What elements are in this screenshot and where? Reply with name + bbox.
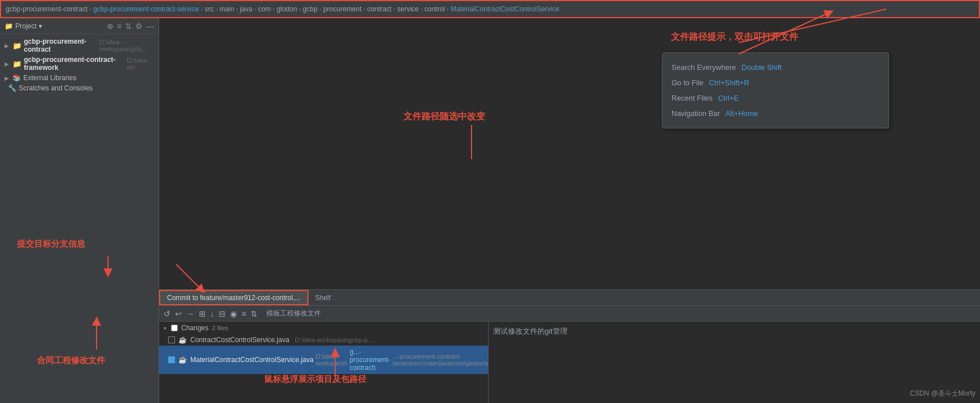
settings-icon[interactable]: ⚙ (135, 22, 143, 31)
nav-segment-root[interactable]: gcbp-procurement-contract (6, 5, 87, 13)
equals-icon[interactable]: ≡ (117, 22, 122, 31)
minimize-icon[interactable]: — (146, 22, 154, 31)
refresh-icon[interactable]: ↺ (164, 309, 170, 318)
download-icon[interactable]: ↓ (210, 309, 214, 318)
nav-segment-contract[interactable]: contract (367, 5, 391, 13)
hint-label-3: Navigation Bar (672, 109, 720, 118)
project-folder-icon: 📁 (12, 41, 22, 50)
expand-arrow-fw: ▶ (5, 61, 9, 67)
commit-message-text: 测试修改文件的git管理 (493, 327, 568, 335)
file-path-1: D:\idea-workspace\gcbp-p... (295, 336, 373, 343)
nav-segment-service[interactable]: gcbp-procurement-contract-service (93, 5, 199, 13)
nav-segment-control[interactable]: control (424, 5, 445, 13)
nav-sep-9: › (393, 5, 395, 13)
hint-shortcut-0: Double Shift (741, 63, 782, 72)
diff-icon[interactable]: ⊟ (219, 309, 226, 318)
nav-segment-class[interactable]: MaterialContractCostControlService (451, 5, 559, 13)
tree-item-gcbp-contract[interactable]: ▶ 📁 gcbp-procurement-contract D:\idea-wo… (0, 36, 159, 55)
hint-label-1: Go to File (672, 78, 703, 87)
nav-segment-procurement[interactable]: procurement (323, 5, 361, 13)
scratches-label: Scratches and Consoles (19, 84, 93, 92)
dropdown-arrow[interactable]: ▾ (39, 22, 42, 30)
nav-sep-10: › (420, 5, 423, 13)
hint-shortcut-3: Alt+Home (725, 109, 758, 118)
commit-toolbar: ↺ ↩ → ⊞ ↓ ⊟ ◉ ≡ ⇅ 模板工程修改文件 (159, 306, 980, 322)
nav-segment-java[interactable]: java (240, 5, 252, 13)
file-item-material-contract[interactable]: ☕ MaterialContractCostControlService.jav… (159, 346, 488, 374)
menu-icon[interactable]: ≡ (241, 309, 246, 318)
changes-count: 2 files (212, 325, 228, 331)
hint-shortcut-1: Ctrl+Shift+R (709, 78, 749, 87)
file-checkbox-2[interactable] (168, 356, 175, 363)
changes-label: Changes (181, 324, 208, 332)
file-checkbox-1[interactable] (168, 336, 175, 343)
commit-message-area: 测试修改文件的git管理 (489, 322, 980, 403)
changes-expand-arrow[interactable]: ▾ (164, 325, 166, 331)
navigation-bar: gcbp-procurement-contract › gcbp-procure… (0, 0, 980, 18)
file-path-highlight: g...-procurement-contract\ (347, 347, 392, 372)
nav-segment-com[interactable]: com (258, 5, 271, 13)
nav-sep-6: › (299, 5, 301, 13)
nav-sep-7: › (319, 5, 322, 13)
commit-tab-main[interactable]: Commit to feature/master912-cost-control… (159, 290, 308, 305)
nav-sep-5: › (273, 5, 275, 13)
undo-icon[interactable]: ↩ (175, 309, 182, 318)
commit-tabs-bar: Commit to feature/master912-cost-control… (159, 290, 980, 306)
hint-recent-files: Recent Files Ctrl+E (672, 90, 879, 106)
hint-navigation-bar: Navigation Bar Alt+Home (672, 106, 879, 121)
changes-checkbox[interactable] (171, 325, 178, 331)
nav-sep-3: › (236, 5, 238, 13)
nav-sep-11: › (447, 5, 449, 13)
nav-segment-service2[interactable]: service (397, 5, 419, 13)
hint-label-0: Search Everywhere (672, 63, 736, 72)
main-layout: 📁 Project ▾ ⊕ ≡ ⇅ ⚙ — ▶ 📁 gcbp-procureme… (0, 18, 980, 403)
csdn-watermark: CSDN @圣斗士Morty (910, 389, 975, 398)
shelf-tab-label: Shelf (315, 294, 331, 302)
shelf-tab[interactable]: Shelf (308, 290, 337, 305)
nav-segment-src[interactable]: src (205, 5, 214, 13)
project-name-contract: gcbp-procurement-contract (24, 38, 95, 53)
nav-segment-glodon[interactable]: glodon (277, 5, 297, 13)
project-folder-icon-fw: 📁 (12, 60, 22, 68)
next-icon[interactable]: → (186, 309, 194, 318)
tree-item-gcbp-framework[interactable]: ▶ 📁 gcbp-procurement-contract-framework … (0, 55, 159, 73)
bottom-commit-panel: Commit to feature/master912-cost-control… (159, 289, 980, 403)
commit-tab-label: Commit to feature/master912-cost-control… (167, 294, 301, 302)
project-tree: ▶ 📁 gcbp-procurement-contract D:\idea-wo… (0, 34, 159, 403)
commit-content: ▾ Changes 2 files ☕ ContractCostControlS… (159, 322, 980, 403)
main-content-area: Search Everywhere Double Shift Go to Fil… (159, 18, 980, 403)
folder-icon: 📁 (5, 22, 13, 30)
sidebar-toolbar: ⊕ ≡ ⇅ ⚙ — (107, 22, 154, 31)
sort2-icon[interactable]: ⇅ (251, 309, 257, 318)
sidebar-title: Project (15, 22, 36, 30)
file-path-before: D:\idea-workspace\ (316, 353, 348, 367)
nav-sep-4: › (254, 5, 256, 13)
hint-goto-file: Go to File Ctrl+Shift+R (672, 75, 879, 90)
file-row-material: MaterialContractCostControlService.java … (190, 347, 489, 372)
file-name-1: ContractCostControlService.java (190, 336, 289, 344)
project-sidebar: 📁 Project ▾ ⊕ ≡ ⇅ ⚙ — ▶ 📁 gcbp-procureme… (0, 18, 159, 403)
sort-icon[interactable]: ⇅ (125, 22, 132, 31)
tree-item-scratches[interactable]: 🔧 Scratches and Consoles (0, 83, 159, 93)
nav-sep-1: › (201, 5, 203, 13)
java-file-icon-1: ☕ (178, 336, 187, 344)
file-item-contract[interactable]: ☕ ContractCostControlService.java D:\ide… (159, 334, 488, 346)
grid-icon[interactable]: ⊞ (199, 309, 206, 318)
nav-sep-8: › (363, 5, 365, 13)
library-icon: 📚 (12, 74, 21, 82)
external-libs-label: External Libraries (23, 74, 76, 82)
template-label: 模板工程修改文件 (266, 309, 321, 318)
expand-arrow: ▶ (5, 43, 9, 49)
search-hints-panel: Search Everywhere Double Shift Go to Fil… (662, 52, 889, 128)
nav-segment-main[interactable]: main (219, 5, 234, 13)
changes-header: ▾ Changes 2 files (159, 322, 488, 334)
hint-label-2: Recent Files (672, 94, 712, 102)
tree-item-external-libs[interactable]: ▶ 📚 External Libraries (0, 73, 159, 83)
file-path-after: ...-procurement-contract-service\src\mai… (393, 353, 489, 367)
nav-segment-gcbp[interactable]: gcbp (303, 5, 318, 13)
project-name-framework: gcbp-procurement-contract-framework (24, 56, 122, 72)
nav-sep-2: › (215, 5, 218, 13)
sidebar-title-area: 📁 Project ▾ (5, 22, 42, 30)
view-icon[interactable]: ◉ (230, 309, 237, 318)
add-icon[interactable]: ⊕ (107, 22, 114, 31)
